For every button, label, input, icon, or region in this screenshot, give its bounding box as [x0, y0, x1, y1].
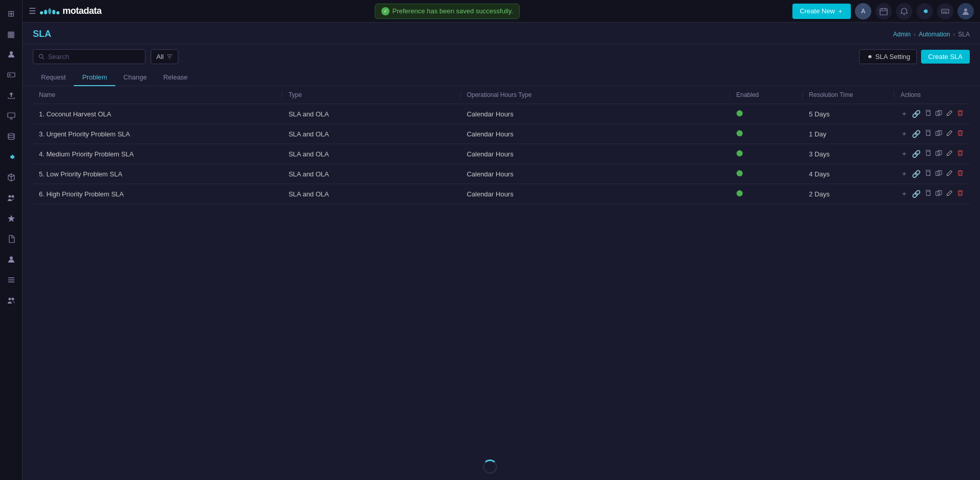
delete-action-icon[interactable]	[957, 150, 964, 158]
tab-release[interactable]: Release	[155, 69, 196, 86]
duplicate-action-icon[interactable]	[935, 190, 942, 198]
duplicate-action-icon[interactable]	[935, 170, 942, 178]
monitor-icon[interactable]	[2, 107, 21, 125]
delete-action-icon[interactable]	[957, 130, 964, 138]
search-input[interactable]	[48, 53, 140, 61]
tab-request[interactable]: Request	[33, 69, 74, 86]
cell-resolution: 1 Day	[803, 124, 894, 144]
edit-action-icon[interactable]	[946, 170, 953, 178]
logo-dots	[40, 8, 59, 14]
add-action-icon[interactable]: ＋	[901, 149, 908, 158]
user-single-icon[interactable]	[2, 250, 21, 269]
copy-action-icon[interactable]	[925, 170, 931, 178]
page-header: SLA Admin › Automation › SLA	[23, 23, 980, 44]
enabled-indicator	[737, 170, 743, 176]
list-icon[interactable]	[2, 271, 21, 289]
person-icon[interactable]	[2, 45, 21, 64]
keyboard-icon-button[interactable]	[937, 3, 953, 19]
cell-type: SLA and OLA	[282, 164, 461, 184]
delete-action-icon[interactable]	[957, 110, 964, 118]
group-icon[interactable]	[2, 189, 21, 207]
copy-action-icon[interactable]	[925, 190, 931, 198]
search-box[interactable]	[33, 49, 146, 64]
cell-ophours: Calendar Hours	[461, 184, 730, 204]
duplicate-action-icon[interactable]	[935, 130, 942, 138]
file-icon[interactable]	[2, 230, 21, 248]
copy-action-icon[interactable]	[925, 150, 931, 158]
cell-name: 3. Urgent Priority Problem SLA	[33, 124, 282, 144]
cell-name: 6. High Priority Problem SLA	[33, 184, 282, 204]
calendar-icon-button[interactable]	[875, 3, 892, 19]
breadcrumb-admin[interactable]: Admin	[893, 31, 911, 38]
svg-point-12	[8, 298, 11, 301]
success-banner: ✓ Preference has been saved successfully…	[375, 4, 520, 19]
user-avatar-button[interactable]	[957, 3, 974, 19]
svg-point-6	[11, 195, 14, 198]
gear-icon[interactable]	[2, 148, 21, 166]
link-action-icon[interactable]: 🔗	[912, 130, 921, 138]
ai-icon[interactable]	[2, 209, 21, 228]
duplicate-action-icon[interactable]	[935, 150, 942, 158]
breadcrumb: Admin › Automation › SLA	[893, 31, 970, 38]
delete-action-icon[interactable]	[957, 170, 964, 178]
ticket-icon[interactable]	[2, 66, 21, 84]
box-icon[interactable]	[2, 168, 21, 187]
edit-action-icon[interactable]	[946, 110, 953, 118]
col-header-enabled: Enabled	[730, 86, 803, 104]
breadcrumb-sep-2: ›	[953, 31, 955, 38]
edit-action-icon[interactable]	[946, 190, 953, 198]
breadcrumb-sep-1: ›	[914, 31, 916, 38]
edit-action-icon[interactable]	[946, 130, 953, 138]
copy-action-icon[interactable]	[925, 110, 931, 118]
link-action-icon[interactable]: 🔗	[912, 150, 921, 158]
admin-avatar[interactable]: A	[855, 3, 871, 19]
create-sla-button[interactable]: Create SLA	[921, 50, 970, 64]
col-header-resolution: Resolution Time	[803, 86, 894, 104]
notification-icon-button[interactable]	[896, 3, 912, 19]
breadcrumb-automation[interactable]: Automation	[919, 31, 950, 38]
settings-icon-button[interactable]	[916, 3, 933, 19]
cell-actions: ＋ 🔗	[894, 124, 970, 144]
link-action-icon[interactable]: 🔗	[912, 190, 921, 198]
link-action-icon[interactable]: 🔗	[912, 170, 921, 178]
svg-point-0	[10, 51, 13, 54]
tab-problem[interactable]: Problem	[74, 69, 115, 86]
copy-action-icon[interactable]	[925, 130, 931, 138]
home-icon[interactable]: ⊞	[2, 4, 21, 23]
create-new-button[interactable]: Create New ＋	[792, 4, 851, 19]
delete-action-icon[interactable]	[957, 190, 964, 198]
filter-button[interactable]: All	[151, 49, 178, 64]
enabled-indicator	[737, 190, 743, 196]
cell-ophours: Calendar Hours	[461, 104, 730, 124]
hamburger-icon[interactable]: ☰	[29, 6, 36, 16]
row-actions: ＋ 🔗	[901, 189, 964, 198]
tab-change[interactable]: Change	[115, 69, 155, 86]
col-header-type: Type	[282, 86, 461, 104]
table-row: 1. Coconut Harvest OLA SLA and OLA Calen…	[33, 104, 970, 124]
toolbar-right: SLA Setting Create SLA	[859, 49, 970, 64]
add-action-icon[interactable]: ＋	[901, 189, 908, 198]
cell-ophours: Calendar Hours	[461, 124, 730, 144]
duplicate-action-icon[interactable]	[935, 110, 942, 118]
add-action-icon[interactable]: ＋	[901, 129, 908, 138]
cell-resolution: 3 Days	[803, 144, 894, 164]
add-action-icon[interactable]: ＋	[901, 169, 908, 178]
svg-rect-10	[8, 279, 14, 281]
cell-type: SLA and OLA	[282, 124, 461, 144]
sla-setting-button[interactable]: SLA Setting	[859, 49, 917, 64]
content-area: SLA Admin › Automation › SLA	[23, 23, 980, 480]
database-icon[interactable]	[2, 127, 21, 146]
link-action-icon[interactable]: 🔗	[912, 110, 921, 118]
bottom-loader	[483, 459, 497, 474]
add-action-icon[interactable]: ＋	[901, 109, 908, 118]
upload-icon[interactable]	[2, 86, 21, 105]
breadcrumb-current: SLA	[958, 31, 970, 38]
enabled-indicator	[737, 110, 743, 116]
svg-point-16	[964, 8, 967, 11]
edit-action-icon[interactable]	[946, 150, 953, 158]
row-actions: ＋ 🔗	[901, 109, 964, 118]
cell-type: SLA and OLA	[282, 104, 461, 124]
users-icon[interactable]	[2, 291, 21, 310]
table-row: 4. Medium Priority Problem SLA SLA and O…	[33, 144, 970, 164]
chart-icon[interactable]: ▦	[2, 25, 21, 43]
